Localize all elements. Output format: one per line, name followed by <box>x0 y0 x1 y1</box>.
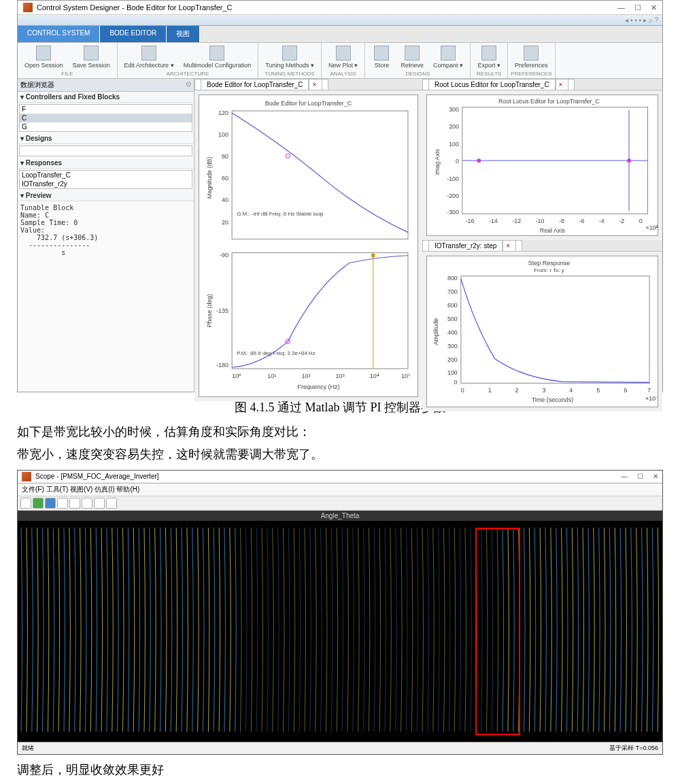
tab-view[interactable]: 视图 <box>167 26 200 42</box>
list-item[interactable]: C <box>20 114 192 122</box>
svg-text:60: 60 <box>222 175 228 182</box>
tab-control-system[interactable]: CONTROL SYSTEM <box>18 26 100 42</box>
svg-text:-90: -90 <box>220 252 228 258</box>
edit-architecture-button[interactable]: Edit Architecture ▾ <box>120 44 178 70</box>
status-right: 基于采样 T=0.056 <box>609 744 658 753</box>
svg-text:100: 100 <box>449 141 459 148</box>
browser-close-icon[interactable]: ⊙ <box>186 80 191 90</box>
svg-text:Amplitude: Amplitude <box>432 318 439 345</box>
qat-icons[interactable]: ◂ ▪ ▪ ▪ ▸ ⌕ ? <box>621 15 662 25</box>
window-title: Control System Designer - Bode Editor fo… <box>37 3 233 12</box>
list-item[interactable]: G <box>20 122 192 131</box>
multimodel-config-button[interactable]: Multimodel Configuration <box>180 44 256 70</box>
svg-point-16 <box>371 254 375 258</box>
svg-text:10⁰: 10⁰ <box>232 373 241 379</box>
ribbon-tabs: CONTROL SYSTEM BODE EDITOR 视图 <box>18 26 662 43</box>
svg-point-38 <box>477 158 481 163</box>
rlocus-chart[interactable]: Root Locus Editor for LoopTransfer_C Ima… <box>426 95 658 236</box>
quick-access-bar: ◂ ▪ ▪ ▪ ▸ ⌕ ? <box>18 15 662 26</box>
svg-rect-74 <box>18 521 662 738</box>
svg-text:120: 120 <box>218 109 228 116</box>
svg-text:-300: -300 <box>447 209 459 216</box>
svg-text:10²: 10² <box>301 373 310 379</box>
svg-text:Step Response: Step Response <box>528 260 570 267</box>
rlocus-tab[interactable]: Root Locus Editor for LoopTransfer_C× <box>422 79 575 90</box>
svg-text:-180: -180 <box>216 362 228 369</box>
preview-section[interactable]: ▾ Preview <box>18 190 194 201</box>
bode-panel: Bode Editor for LoopTransfer_C× Bode Edi… <box>194 79 422 392</box>
tool-button[interactable] <box>20 498 31 509</box>
list-item[interactable]: LoopTransfer_C <box>20 171 192 180</box>
responses-list[interactable]: LoopTransfer_C IOTransfer_r2y <box>19 170 192 189</box>
step-tab[interactable]: IOTransfer_r2y: step× <box>422 240 522 251</box>
scope-toolbar <box>18 496 662 511</box>
responses-section[interactable]: ▾ Responses <box>18 158 194 169</box>
work-area: 数据浏览器⊙ ▾ Controllers and Fixed Blocks F … <box>18 79 662 392</box>
svg-text:×10⁴: ×10⁴ <box>646 224 658 231</box>
store-button[interactable]: Store <box>368 44 395 70</box>
step-button[interactable] <box>45 498 56 509</box>
step-chart[interactable]: Step Response From: r To: y Amplitude 80… <box>426 256 658 407</box>
export-icon <box>481 46 496 61</box>
retrieve-button[interactable]: Retrieve <box>396 44 428 70</box>
plot-icon <box>336 46 351 61</box>
svg-text:3: 3 <box>543 387 546 394</box>
bode-chart[interactable]: Bode Editor for LoopTransfer_C Magnitude… <box>199 95 418 397</box>
maximize-button[interactable]: ☐ <box>634 3 641 12</box>
list-item[interactable]: F <box>20 105 192 114</box>
svg-text:-12: -12 <box>512 218 521 224</box>
svg-text:20: 20 <box>222 219 228 226</box>
controllers-section[interactable]: ▾ Controllers and Fixed Blocks <box>18 92 194 103</box>
svg-text:200: 200 <box>447 356 458 363</box>
close-button[interactable]: ✕ <box>651 3 657 12</box>
titlebar: Control System Designer - Bode Editor fo… <box>18 1 662 15</box>
save-icon <box>84 46 99 61</box>
maximize-button[interactable]: ☐ <box>637 473 643 480</box>
new-plot-button[interactable]: New Plot ▾ <box>324 44 362 70</box>
toolstrip: Open Session Save Session FILE Edit Arch… <box>18 43 662 79</box>
stop-button[interactable] <box>57 498 68 509</box>
svg-text:7: 7 <box>647 387 651 394</box>
close-icon[interactable]: × <box>556 79 569 90</box>
designs-list[interactable] <box>19 146 192 156</box>
open-session-button[interactable]: Open Session <box>20 44 67 70</box>
scope-menu[interactable]: 文件(F) 工具(T) 视图(V) 仿真(I) 帮助(H) <box>18 483 662 496</box>
close-button[interactable]: ✕ <box>653 473 658 480</box>
preferences-button[interactable]: Preferences <box>511 44 552 70</box>
scope-plot[interactable]: Angle_Theta <box>18 511 662 742</box>
designs-section[interactable]: ▾ Designs <box>18 133 194 144</box>
window-controls: — ☐ ✕ <box>617 3 657 12</box>
zoom-button[interactable] <box>82 498 92 509</box>
compare-button[interactable]: Compare ▾ <box>429 44 468 70</box>
save-session-button[interactable]: Save Session <box>69 44 114 70</box>
architecture-icon <box>141 46 156 61</box>
tool-button[interactable] <box>69 498 80 509</box>
tab-bode-editor[interactable]: BODE EDITOR <box>100 26 167 42</box>
minimize-button[interactable]: — <box>617 3 625 12</box>
settings-button[interactable] <box>106 498 117 509</box>
list-item[interactable]: IOTransfer_r2y <box>20 180 192 188</box>
svg-text:0: 0 <box>461 387 464 394</box>
svg-text:6: 6 <box>624 387 627 394</box>
svg-text:10⁴: 10⁴ <box>370 373 379 379</box>
compare-icon <box>441 46 456 61</box>
export-button[interactable]: Export ▾ <box>473 44 505 70</box>
svg-text:2: 2 <box>515 387 519 394</box>
highlight-rect <box>475 528 520 735</box>
controllers-list[interactable]: F C G <box>19 104 192 132</box>
folder-open-icon <box>36 46 51 61</box>
tuning-methods-button[interactable]: Tuning Methods ▾ <box>261 44 318 70</box>
minimize-button[interactable]: — <box>621 473 628 480</box>
close-icon[interactable]: × <box>503 240 516 251</box>
scope-statusbar: 就绪 基于采样 T=0.056 <box>18 742 662 754</box>
svg-text:0: 0 <box>456 158 459 165</box>
svg-text:700: 700 <box>447 288 458 295</box>
svg-text:5: 5 <box>596 387 600 394</box>
svg-text:-200: -200 <box>447 192 459 199</box>
close-icon[interactable]: × <box>309 79 322 90</box>
bode-tab[interactable]: Bode Editor for LoopTransfer_C× <box>194 79 328 90</box>
run-button[interactable] <box>33 498 44 509</box>
svg-text:-14: -14 <box>489 218 498 224</box>
tool-button[interactable] <box>94 498 105 509</box>
svg-text:From: r  To: y: From: r To: y <box>534 267 564 273</box>
